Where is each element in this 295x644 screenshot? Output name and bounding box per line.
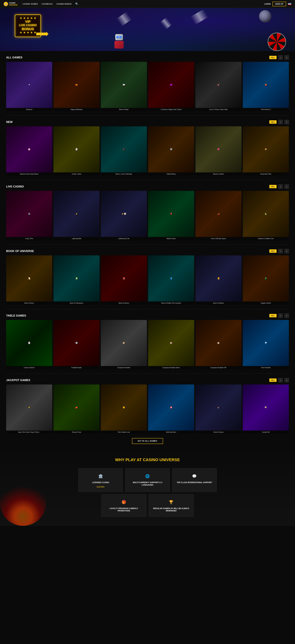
logo-icon: 🎰 [4, 2, 8, 6]
all-games-all-button[interactable]: ALL [269, 56, 276, 59]
game-icon: 🎩 [122, 148, 125, 150]
game-thumbnail: 🌶️ [196, 191, 242, 237]
game-card[interactable]: 📖Book of Dead [101, 62, 147, 111]
game-thumbnail: 📖 [101, 62, 147, 108]
game-card[interactable]: 📘Book of Delphi-Two Symbols [148, 256, 194, 305]
section-jackpot-games: JACKPOT GAMES ALL ‹ › ⚡Age of the Gods: … [6, 378, 289, 434]
game-card[interactable]: 🃏Casino Hold'em [6, 320, 52, 369]
game-thumbnail: 🐉 [243, 256, 289, 302]
game-card[interactable]: 🦁Savannah Pride [243, 126, 289, 176]
new-next-arrow[interactable]: › [284, 120, 289, 124]
why-card-loyalty-title: LOYALTY PROGRAM & WEEKLY PROMOTIONS [105, 508, 143, 512]
game-card[interactable]: 🌶️Extra Chilli Epic Spins [196, 191, 242, 240]
game-card[interactable]: 📜Book of Amun [6, 256, 52, 305]
game-card[interactable]: 🍭Candy Roll [243, 384, 289, 434]
section-table-games-header: TABLE GAMES ALL ‹ › [6, 314, 289, 318]
hero-light [34, 32, 36, 33]
game-card[interactable]: 🎰European Roulette Silver [148, 320, 194, 369]
game-card[interactable]: ✦Starburst [6, 62, 52, 111]
game-label: Casino Hold'em [6, 366, 52, 369]
game-card[interactable]: 🎡Crazy Time [6, 191, 52, 240]
game-card[interactable]: 🎈Balloon Race [148, 191, 194, 240]
game-card[interactable]: ⚡🎲Lightning Sic Bo [101, 191, 147, 240]
game-card[interactable]: ⚽Football Studio [54, 320, 100, 369]
game-card[interactable]: 📕Book of Inferno [101, 256, 147, 305]
game-card[interactable]: 😈Lil Demon: Mega Cash Collect [148, 62, 194, 111]
table-games-all-button[interactable]: ALL [269, 314, 276, 317]
game-card[interactable]: 🌺Mystery Garden [196, 126, 242, 176]
game-label: Mystery Garden [196, 172, 242, 176]
why-bg-glow [0, 480, 46, 526]
game-thumbnail: 🎡 [6, 191, 52, 237]
table-games-prev-arrow[interactable]: ‹ [278, 314, 283, 318]
jackpot-games-all-button[interactable]: ALL [269, 378, 276, 382]
game-icon: 📜 [28, 277, 30, 280]
game-icon: ⚡🎲 [122, 213, 126, 215]
logo[interactable]: 🎰 CASINO UNIVERSE [4, 2, 18, 6]
game-label: Gem Roulette [243, 366, 289, 369]
hero-banner: VIP LIVE CASINO BONUS [0, 8, 295, 51]
new-prev-arrow[interactable]: ‹ [278, 120, 283, 124]
game-card[interactable]: 🌸Sakura Fortune Epic Bloom [6, 126, 52, 176]
book-universe-all-button[interactable]: ALL [269, 250, 276, 253]
game-label: Ra's Golden Loot [101, 430, 147, 434]
hero-light [20, 18, 22, 19]
new-all-button[interactable]: ALL [269, 120, 276, 124]
game-thumbnail: 😈 [148, 62, 194, 108]
game-card[interactable]: 🐺Rabid Randy [148, 126, 194, 176]
game-card[interactable]: 🌞Ra's Golden Loot [101, 384, 147, 434]
game-card[interactable]: 🎯Bulls Eye Alice [148, 384, 194, 434]
game-icon: 🎡 [28, 213, 30, 215]
game-card[interactable]: 🃏Jumpin' Jacks [54, 126, 100, 176]
game-card[interactable]: 🎩Baron: Lord of Saturday [101, 126, 147, 176]
game-card[interactable]: ⚡Lightning Ball [54, 191, 100, 240]
game-thumbnail: 🌞 [101, 384, 147, 430]
game-card[interactable]: 🍎Roman Fruits [54, 384, 100, 434]
robot-eye-right [120, 36, 122, 38]
game-card[interactable]: 🎰European Roulette [101, 320, 147, 369]
game-card[interactable]: 📗Book of Champions [54, 256, 100, 305]
nav-cashback[interactable]: CASHBACK [42, 3, 53, 5]
game-label: Lightning Sic Bo [101, 237, 147, 240]
nav-casino-games[interactable]: CASINO GAMES [22, 3, 38, 5]
game-card[interactable]: 🐉Dragon's Book [243, 256, 289, 305]
game-card[interactable]: 🎸Guns N' Roses Video Slots [196, 62, 242, 111]
game-card[interactable]: 🐍Snakes & Ladders Live [243, 191, 289, 240]
why-card-loyalty: 🎁 LOYALTY PROGRAM & WEEKLY PROMOTIONS [102, 494, 146, 516]
game-thumbnail: 🌺 [196, 126, 242, 172]
why-card-licensed-link[interactable]: Learn More [97, 486, 104, 488]
all-games-grid: ✦Starburst🎃Happy Halloween📖Book of Dead😈… [6, 62, 289, 111]
jackpot-games-next-arrow[interactable]: › [284, 378, 289, 382]
live-casino-prev-arrow[interactable]: ‹ [278, 184, 283, 189]
search-icon[interactable]: 🔍 [75, 2, 78, 6]
all-games-prev-arrow[interactable]: ‹ [278, 55, 283, 60]
live-casino-all-button[interactable]: ALL [269, 185, 276, 188]
signup-button[interactable]: SIGN UP [272, 2, 286, 6]
table-games-next-arrow[interactable]: › [284, 314, 289, 318]
header: 🎰 CASINO UNIVERSE CASINO GAMES CASHBACK … [0, 0, 295, 8]
game-icon: 🦁 [264, 148, 267, 150]
all-games-next-arrow[interactable]: › [284, 55, 289, 60]
robot-body [114, 41, 124, 48]
game-card[interactable]: 💎Gem Roulette [243, 320, 289, 369]
section-all-games-header: ALL GAMES ALL ‹ › [6, 55, 289, 60]
login-button[interactable]: LOGIN [264, 3, 271, 5]
game-label: Lil Demon: Mega Cash Collect [148, 108, 194, 111]
live-casino-next-arrow[interactable]: › [284, 184, 289, 189]
game-thumbnail: 🎯 [148, 384, 194, 430]
game-card[interactable]: 🦅Divine Fortune [196, 384, 242, 434]
game-card[interactable]: 👹Troll Hunters 2 [243, 62, 289, 111]
book-universe-prev-arrow[interactable]: ‹ [278, 249, 283, 253]
game-card[interactable]: 🎰European Roulette VIP [196, 320, 242, 369]
go-all-games-button[interactable]: GO TO ALL GAMES [132, 438, 163, 444]
game-card[interactable]: 📙Book of Wolves [196, 256, 242, 305]
nav-casino-bonus[interactable]: CASINO BONUS [56, 3, 72, 5]
book-universe-next-arrow[interactable]: › [284, 249, 289, 253]
game-card[interactable]: 🎃Happy Halloween [54, 62, 100, 111]
why-cards-bottom-grid: 🎁 LOYALTY PROGRAM & WEEKLY PROMOTIONS 🏆 … [102, 494, 194, 516]
language-flag[interactable] [288, 3, 291, 5]
game-thumbnail: ✦ [6, 62, 52, 108]
jackpot-games-prev-arrow[interactable]: ‹ [278, 378, 283, 382]
game-card[interactable]: ⚡Age of the Gods: King of Olym... [6, 384, 52, 434]
game-label: Age of the Gods: King of Olym... [6, 430, 52, 434]
